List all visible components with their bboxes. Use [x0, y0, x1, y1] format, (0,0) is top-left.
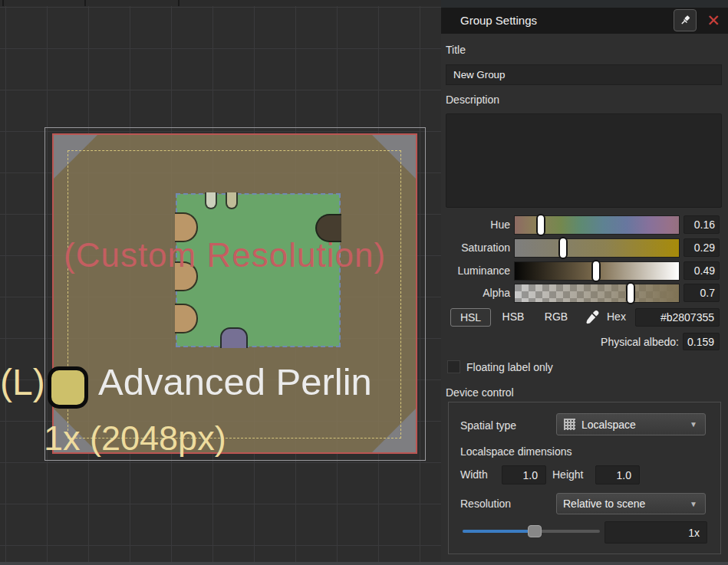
hue-label: Hue — [441, 218, 510, 231]
node-port[interactable] — [205, 192, 217, 209]
group-color-swatch[interactable] — [48, 366, 88, 409]
node-port[interactable] — [220, 327, 248, 348]
luminance-slider-handle[interactable] — [591, 260, 601, 282]
saturation-value[interactable]: 0.29 — [684, 238, 720, 257]
node-port[interactable] — [226, 192, 238, 209]
spatial-type-dropdown[interactable]: Localspace ▼ — [556, 413, 706, 435]
floating-label-checkbox[interactable] — [447, 360, 460, 373]
tab-separator — [178, 0, 180, 6]
alpha-label: Alpha — [441, 287, 510, 299]
chevron-down-icon: ▼ — [690, 420, 697, 429]
luminance-slider-row: Luminance 0.49 — [441, 261, 728, 281]
height-value[interactable]: 1.0 — [595, 465, 640, 485]
eyedropper-icon[interactable] — [585, 310, 600, 325]
alpha-slider-handle[interactable] — [626, 282, 635, 304]
close-icon[interactable]: ✕ — [703, 11, 723, 31]
resolution-label: Resolution — [460, 498, 511, 510]
spatial-type-value: Localspace — [581, 419, 636, 431]
panel-title: Group Settings — [460, 14, 537, 27]
resolution-scale-slider[interactable] — [463, 530, 600, 533]
group-settings-panel: Group Settings ✕ Title Description Hue 0… — [441, 0, 728, 565]
width-label: Width — [460, 468, 488, 481]
resolution-scale-label: 1x (2048px) — [44, 419, 226, 458]
device-control-label: Device control — [446, 386, 514, 399]
physical-albedo-row: Physical albedo: 0.159 — [441, 333, 728, 351]
hex-input[interactable] — [635, 308, 720, 327]
width-value[interactable]: 1.0 — [502, 465, 546, 485]
alpha-value[interactable]: 0.7 — [684, 284, 720, 302]
panel-header: Group Settings ✕ — [441, 8, 728, 34]
floating-label-text: Floating label only — [466, 361, 553, 373]
description-label: Description — [446, 94, 499, 106]
mode-button-hsl[interactable]: HSL — [450, 308, 491, 327]
description-input[interactable] — [446, 113, 722, 208]
height-label: Height — [552, 468, 583, 481]
hue-slider-handle[interactable] — [536, 214, 545, 236]
color-mode-row: HSL HSB RGB Hex — [441, 308, 728, 327]
saturation-slider[interactable] — [514, 238, 680, 258]
spatial-type-label: Spatial type — [460, 419, 516, 432]
application-window: (Custom Resolution) (L) Advanced Perlin … — [0, 0, 728, 565]
hue-value[interactable]: 0.16 — [684, 215, 720, 234]
title-label: Title — [446, 44, 466, 56]
saturation-slider-handle[interactable] — [558, 237, 568, 259]
saturation-slider-row: Saturation 0.29 — [441, 238, 728, 258]
linked-indicator-label: (L) — [0, 361, 45, 403]
custom-resolution-label: (Custom Resolution) — [64, 236, 386, 274]
tab-separator — [84, 0, 86, 6]
localspace-dimensions-label: Localspace dimensions — [460, 445, 572, 458]
pin-button[interactable] — [674, 9, 697, 31]
hue-slider[interactable] — [514, 215, 680, 235]
title-input[interactable] — [446, 64, 722, 85]
physical-albedo-value[interactable]: 0.159 — [683, 333, 720, 350]
saturation-label: Saturation — [441, 241, 510, 254]
mode-button-hsb[interactable]: HSB — [498, 308, 529, 327]
mode-button-rgb[interactable]: RGB — [541, 308, 572, 327]
chevron-down-icon: ▼ — [690, 500, 697, 508]
window-bottom-edge — [0, 562, 728, 565]
panel-top-gap — [441, 0, 728, 8]
luminance-label: Luminance — [441, 264, 510, 277]
resolution-dropdown[interactable]: Relative to scene ▼ — [556, 493, 706, 514]
node-title-label: Advanced Perlin — [98, 360, 372, 403]
hue-slider-row: Hue 0.16 — [441, 215, 728, 235]
alpha-slider-row: Alpha 0.7 — [441, 284, 728, 304]
hex-label: Hex — [607, 310, 626, 323]
floating-label-row: Floating label only — [441, 360, 728, 376]
resolution-scale-value[interactable]: 1x — [604, 521, 707, 544]
resolution-slider-fill — [463, 530, 529, 533]
resolution-value: Relative to scene — [563, 498, 645, 510]
luminance-value[interactable]: 0.49 — [684, 261, 720, 280]
alpha-slider[interactable] — [514, 284, 680, 303]
node-graph-canvas[interactable]: (Custom Resolution) (L) Advanced Perlin … — [0, 6, 441, 565]
luminance-slider[interactable] — [514, 261, 680, 281]
tab-separator — [2, 0, 4, 6]
resolution-slider-handle[interactable] — [528, 525, 542, 537]
physical-albedo-label: Physical albedo: — [525, 336, 679, 348]
node-port[interactable] — [175, 304, 198, 333]
pushpin-icon — [680, 15, 691, 26]
localspace-grid-icon — [564, 419, 575, 430]
